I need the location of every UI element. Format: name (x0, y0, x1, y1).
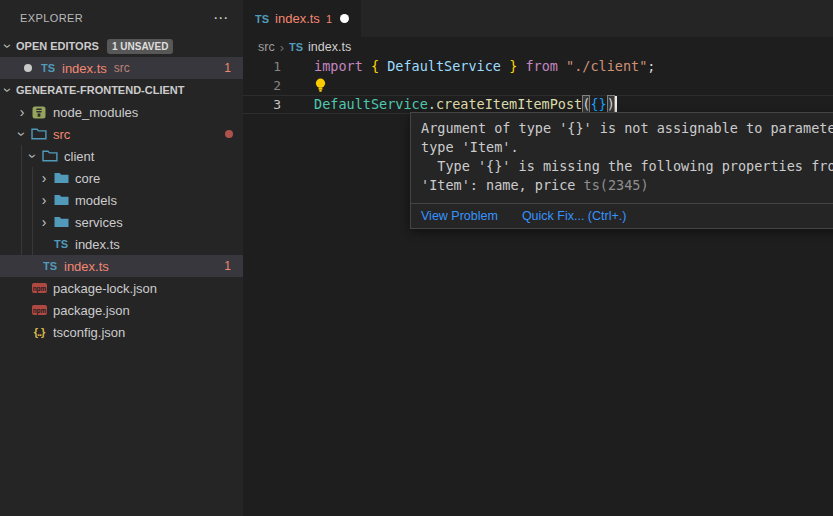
tooltip-message-line: type 'Item'. (421, 138, 833, 157)
code-line-2[interactable]: 2 (243, 76, 833, 95)
workspace-label: GENERATE-FRONTEND-CLIENT (16, 84, 184, 96)
tree-item-index.ts[interactable]: TSindex.ts (0, 233, 243, 255)
indent-guide (21, 211, 22, 233)
chevron-down-icon: › (1, 38, 15, 54)
tree-item-tsconfig.json[interactable]: {..}tsconfig.json (0, 321, 243, 343)
file-label: core (75, 171, 100, 186)
view-problem-link[interactable]: View Problem (421, 209, 498, 223)
explorer-title-bar: EXPLORER ⋯ (0, 0, 243, 35)
tree-item-core[interactable]: › core (0, 167, 243, 189)
svg-text:npm: npm (32, 285, 46, 293)
json-braces-icon: {..} (34, 326, 45, 338)
tooltip-message: Argument of type '{}' is not assignable … (411, 113, 833, 203)
open-editors-label: OPEN EDITORS (16, 40, 99, 52)
line-number: 1 (243, 57, 281, 76)
tab-bar: TS index.ts 1 (243, 0, 833, 37)
vscode-window: EXPLORER ⋯ › OPEN EDITORS 1 UNSAVED TSin… (0, 0, 833, 516)
code-token (558, 57, 566, 76)
indent-guide (32, 189, 33, 211)
code-line-1[interactable]: 1import { DefaultService } from "./clien… (243, 57, 833, 76)
open-editors-header[interactable]: › OPEN EDITORS 1 UNSAVED (0, 35, 243, 57)
breadcrumb-folder[interactable]: src (258, 40, 275, 54)
file-description: src (114, 61, 130, 75)
explorer-title: EXPLORER (20, 12, 83, 24)
breadcrumb-file[interactable]: index.ts (308, 40, 351, 54)
folder-icon (54, 216, 69, 228)
folder-open-icon (42, 150, 58, 162)
chevron-down-icon: › (15, 126, 29, 142)
chevron-right-icon: › (14, 105, 30, 119)
file-label: src (53, 127, 70, 142)
breadcrumb[interactable]: src › TS index.ts (243, 37, 833, 57)
tree-item-services[interactable]: › services (0, 211, 243, 233)
explorer-sidebar: EXPLORER ⋯ › OPEN EDITORS 1 UNSAVED TSin… (0, 0, 243, 516)
file-tree: › node_modules› src› client› core› model… (0, 101, 243, 343)
folder-icon (54, 194, 69, 206)
svg-text:npm: npm (32, 307, 46, 315)
file-label: services (75, 215, 123, 230)
indent-guide (32, 233, 33, 255)
line-number: 2 (243, 76, 281, 95)
open-editor-item-index.ts[interactable]: TSindex.tssrc1 (0, 57, 243, 79)
tooltip-message-line: Type '{}' is missing the following prope… (421, 157, 833, 176)
lightbulb-icon[interactable] (314, 78, 327, 93)
modified-dot-icon (24, 64, 32, 72)
indent-guide (32, 167, 33, 189)
tree-item-client[interactable]: › client (0, 145, 243, 167)
file-label: models (75, 193, 117, 208)
code-editor[interactable]: 1import { DefaultService } from "./clien… (243, 57, 833, 114)
code-token (363, 57, 371, 76)
tree-item-package-lock.json[interactable]: npmpackage-lock.json (0, 277, 243, 299)
error-count-badge: 1 (224, 61, 231, 75)
chevron-right-icon: › (36, 193, 52, 207)
chevron-down-icon: › (1, 82, 15, 98)
tree-item-index.ts[interactable]: TSindex.ts1 (0, 255, 243, 277)
code-token: { (371, 57, 379, 76)
file-label: node_modules (53, 105, 138, 120)
npm-icon: npm (32, 283, 47, 293)
file-label: tsconfig.json (53, 325, 125, 340)
ts-icon: TS (43, 260, 57, 272)
editor-area: TS index.ts 1 src › TS index.ts 1import … (243, 0, 833, 516)
tab-error-count: 1 (326, 13, 332, 25)
code-token: from (525, 57, 558, 76)
tree-item-models[interactable]: › models (0, 189, 243, 211)
indent-guide (32, 211, 33, 233)
indent-guide (21, 189, 22, 211)
file-label: index.ts (64, 259, 109, 274)
tooltip-actions: View Problem Quick Fix... (Ctrl+.) (411, 203, 833, 228)
folder-open-icon (31, 128, 47, 140)
code-token (501, 57, 509, 76)
tree-item-src[interactable]: › src (0, 123, 243, 145)
chevron-right-icon: › (36, 171, 52, 185)
error-tooltip: Argument of type '{}' is not assignable … (410, 112, 833, 229)
npm-icon: npm (32, 305, 47, 315)
quick-fix-link[interactable]: Quick Fix... (Ctrl+.) (522, 209, 627, 223)
code-token (379, 57, 387, 76)
tree-item-node_modules[interactable]: › node_modules (0, 101, 243, 123)
tree-item-package.json[interactable]: npmpackage.json (0, 299, 243, 321)
code-token (517, 57, 525, 76)
file-label: client (64, 149, 94, 164)
file-label: package.json (53, 303, 130, 318)
code-token: ; (647, 57, 655, 76)
text-cursor-icon (615, 96, 617, 113)
tooltip-message-line: 'Item': name, price ts(2345) (421, 176, 833, 195)
file-label: index.ts (62, 61, 107, 76)
unsaved-badge: 1 UNSAVED (107, 39, 174, 54)
indent-guide (21, 233, 22, 255)
indent-guide (21, 255, 22, 277)
file-label: package-lock.json (53, 281, 157, 296)
open-editors-list: TSindex.tssrc1 (0, 57, 243, 79)
chevron-right-icon: › (36, 215, 52, 229)
more-actions-icon[interactable]: ⋯ (213, 13, 229, 23)
ts-icon: TS (41, 62, 55, 74)
error-count-badge: 1 (224, 259, 231, 273)
workspace-header[interactable]: › GENERATE-FRONTEND-CLIENT (0, 79, 243, 101)
modified-dot-icon[interactable] (340, 14, 349, 23)
code-token: } (509, 57, 517, 76)
code-token: import (314, 57, 363, 76)
chevron-down-icon: › (26, 148, 40, 164)
tab-index-ts[interactable]: TS index.ts 1 (243, 0, 361, 37)
tab-label: index.ts (275, 11, 320, 26)
